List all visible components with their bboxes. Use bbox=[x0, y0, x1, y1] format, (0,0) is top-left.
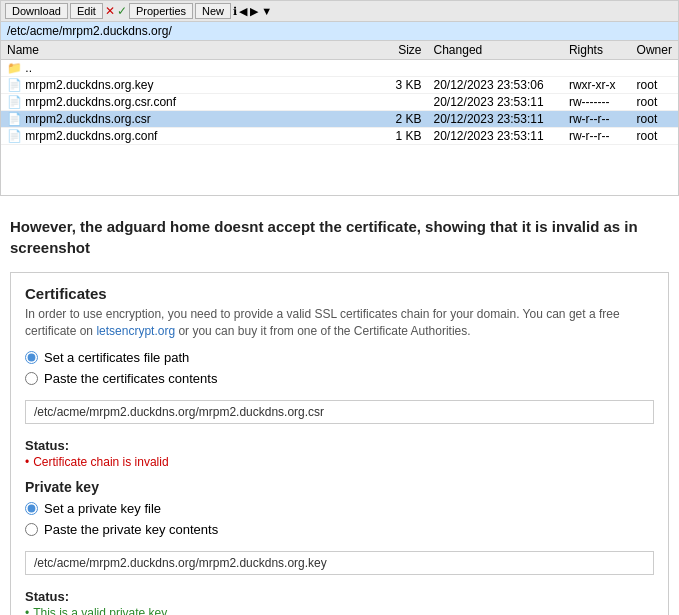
cert-status-label: Status: bbox=[25, 438, 69, 453]
cert-path-label: Set a certificates file path bbox=[44, 350, 189, 365]
file-changed: 20/12/2023 23:53:11 bbox=[428, 94, 563, 111]
file-owner: root bbox=[631, 128, 678, 145]
file-owner: root bbox=[631, 111, 678, 128]
file-name: 📄 mrpm2.duckdns.org.conf bbox=[1, 128, 373, 145]
col-changed: Changed bbox=[428, 41, 563, 60]
check-icon: ✓ bbox=[117, 4, 127, 18]
file-size: 2 KB bbox=[373, 111, 427, 128]
fm-table: Name Size Changed Rights Owner 📁 .. 📄 mr… bbox=[1, 41, 678, 145]
info-icon: ℹ bbox=[233, 5, 237, 18]
col-rights: Rights bbox=[563, 41, 631, 60]
cert-path-input[interactable] bbox=[25, 400, 654, 424]
cert-paste-label: Paste the certificates contents bbox=[44, 371, 217, 386]
cert-paste-option: Paste the certificates contents bbox=[25, 371, 654, 386]
col-size: Size bbox=[373, 41, 427, 60]
file-rights: rwxr-xr-x bbox=[563, 77, 631, 94]
private-key-section: Private key Set a private key file Paste… bbox=[25, 479, 654, 615]
cert-status-error: •Certificate chain is invalid bbox=[25, 455, 654, 469]
letsencrypt-link[interactable]: letsencrypt.org bbox=[96, 324, 178, 338]
close-icon: ✕ bbox=[105, 4, 115, 18]
key-status-label: Status: bbox=[25, 589, 69, 604]
file-changed: 20/12/2023 23:53:06 bbox=[428, 77, 563, 94]
key-path-radio[interactable] bbox=[25, 502, 38, 515]
certificates-desc: In order to use encryption, you need to … bbox=[25, 306, 654, 340]
file-name: 📄 mrpm2.duckdns.org.csr bbox=[1, 111, 373, 128]
key-path-option: Set a private key file bbox=[25, 501, 654, 516]
file-owner: root bbox=[631, 77, 678, 94]
file-size: 3 KB bbox=[373, 77, 427, 94]
key-path-label: Set a private key file bbox=[44, 501, 161, 516]
table-row[interactable]: 📁 .. bbox=[1, 60, 678, 77]
file-name: 📄 mrpm2.duckdns.org.csr.conf bbox=[1, 94, 373, 111]
file-rights: rw------- bbox=[563, 94, 631, 111]
table-row[interactable]: 📄 mrpm2.duckdns.org.csr 2 KB 20/12/2023 … bbox=[1, 111, 678, 128]
new-button[interactable]: New bbox=[195, 3, 231, 19]
properties-button[interactable]: Properties bbox=[129, 3, 193, 19]
private-key-title: Private key bbox=[25, 479, 654, 495]
file-name: 📄 mrpm2.duckdns.org.key bbox=[1, 77, 373, 94]
cert-path-option: Set a certificates file path bbox=[25, 350, 654, 365]
col-owner: Owner bbox=[631, 41, 678, 60]
key-status-ok: •This is a valid private key bbox=[25, 606, 654, 615]
certificates-section: Certificates In order to use encryption,… bbox=[10, 272, 669, 615]
col-name: Name bbox=[1, 41, 373, 60]
table-row[interactable]: 📄 mrpm2.duckdns.org.key 3 KB 20/12/2023 … bbox=[1, 77, 678, 94]
key-status-block: Status: •This is a valid private key bbox=[25, 589, 654, 615]
fm-empty-space bbox=[1, 145, 678, 195]
fm-path: /etc/acme/mrpm2.duckdns.org/ bbox=[1, 22, 678, 41]
cert-paste-radio[interactable] bbox=[25, 372, 38, 385]
file-changed: 20/12/2023 23:53:11 bbox=[428, 111, 563, 128]
download-button[interactable]: Download bbox=[5, 3, 68, 19]
key-paste-option: Paste the private key contents bbox=[25, 522, 654, 537]
key-paste-label: Paste the private key contents bbox=[44, 522, 218, 537]
file-rights: rw-r--r-- bbox=[563, 128, 631, 145]
file-changed: 20/12/2023 23:53:11 bbox=[428, 128, 563, 145]
notice-text: However, the adguard home doesnt accept … bbox=[10, 216, 669, 258]
file-manager: Download Edit ✕ ✓ Properties New ℹ ◀ ▶ ▼… bbox=[0, 0, 679, 196]
file-icon: 📄 bbox=[7, 78, 22, 92]
key-path-input[interactable] bbox=[25, 551, 654, 575]
file-icon: 📄 bbox=[7, 129, 22, 143]
file-icon: 📁 bbox=[7, 61, 22, 75]
file-size: 1 KB bbox=[373, 128, 427, 145]
key-paste-radio[interactable] bbox=[25, 523, 38, 536]
file-size bbox=[373, 94, 427, 111]
file-owner: root bbox=[631, 94, 678, 111]
cert-path-radio[interactable] bbox=[25, 351, 38, 364]
table-row[interactable]: 📄 mrpm2.duckdns.org.csr.conf 20/12/2023 … bbox=[1, 94, 678, 111]
file-icon: 📄 bbox=[7, 112, 22, 126]
edit-button[interactable]: Edit bbox=[70, 3, 103, 19]
certificates-title: Certificates bbox=[25, 285, 654, 302]
main-content: However, the adguard home doesnt accept … bbox=[0, 196, 679, 615]
fm-toolbar: Download Edit ✕ ✓ Properties New ℹ ◀ ▶ ▼ bbox=[1, 1, 678, 22]
file-rights: rw-r--r-- bbox=[563, 111, 631, 128]
cert-status-block: Status: •Certificate chain is invalid bbox=[25, 438, 654, 469]
table-row[interactable]: 📄 mrpm2.duckdns.org.conf 1 KB 20/12/2023… bbox=[1, 128, 678, 145]
file-icon: 📄 bbox=[7, 95, 22, 109]
nav-arrows: ◀ ▶ ▼ bbox=[239, 5, 272, 18]
